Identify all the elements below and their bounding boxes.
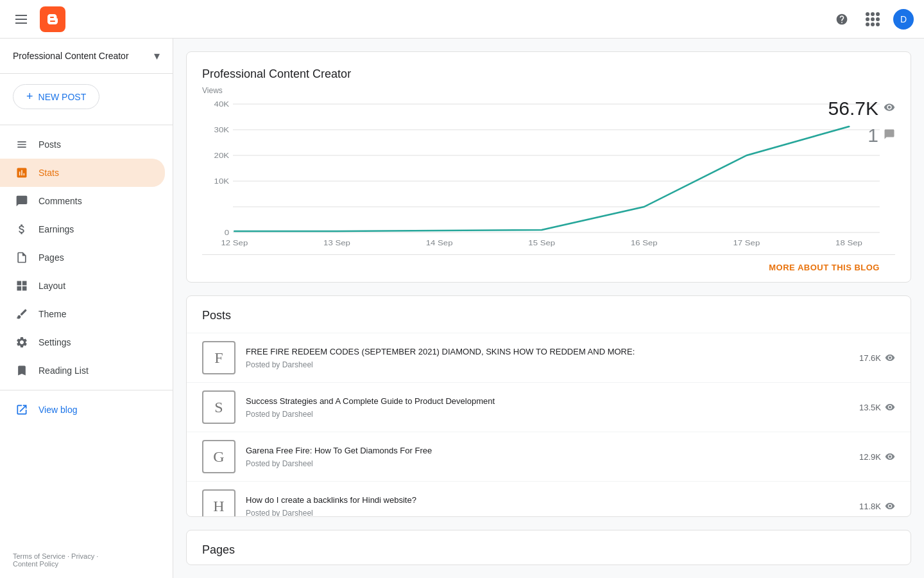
svg-text:10K: 10K <box>214 177 229 186</box>
svg-text:15 Sep: 15 Sep <box>528 239 555 247</box>
header-left <box>10 6 65 32</box>
post-item: F FREE FIRE REDEEM CODES (SEPTEMBER 2021… <box>187 333 911 382</box>
content-policy-link[interactable]: Content Policy <box>13 560 58 568</box>
post-item: G Garena Free Fire: How To Get Diamonds … <box>187 432 911 481</box>
sidebar-item-earnings[interactable]: Earnings <box>0 215 165 243</box>
post-author-4: Posted by Darsheel <box>246 509 849 516</box>
post-views-1: 17.6K <box>859 353 895 363</box>
help-button[interactable] <box>832 9 852 30</box>
post-thumbnail-h: H <box>202 489 235 516</box>
earnings-label: Earnings <box>38 224 74 234</box>
total-views-stat: 56.7K <box>828 98 895 119</box>
post-item: H How do I create a backlinks for Hindi … <box>187 481 911 516</box>
comments-label: Comments <box>38 196 82 206</box>
pages-card: Pages <box>186 530 911 565</box>
blog-name: Professional Content Creator <box>13 51 129 61</box>
posts-icon <box>15 138 28 151</box>
svg-text:14 Sep: 14 Sep <box>426 239 453 247</box>
total-views-value: 56.7K <box>828 98 878 119</box>
views-eye-icon <box>884 101 895 116</box>
grid-dots-icon <box>866 12 880 26</box>
comments-icon <box>15 195 28 207</box>
post-info-2: Success Strategies and A Complete Guide … <box>246 396 849 419</box>
earnings-icon <box>15 223 28 236</box>
sidebar-item-layout[interactable]: Layout <box>0 272 165 300</box>
theme-icon <box>15 308 28 320</box>
layout-label: Layout <box>38 281 65 291</box>
sidebar-item-stats[interactable]: Stats <box>0 159 165 187</box>
apps-button[interactable] <box>862 9 883 30</box>
sidebar-item-comments[interactable]: Comments <box>0 187 165 215</box>
post-views-2: 13.5K <box>859 402 895 412</box>
svg-text:13 Sep: 13 Sep <box>323 239 350 247</box>
posts-card-title: Posts <box>187 296 911 333</box>
more-about-blog-link[interactable]: MORE ABOUT THIS BLOG <box>769 263 880 272</box>
theme-label: Theme <box>38 309 67 319</box>
pages-label: Pages <box>38 252 64 263</box>
post-title-1[interactable]: FREE FIRE REDEEM CODES (SEPTEMBER 2021) … <box>246 346 849 358</box>
sidebar-item-pages[interactable]: Pages <box>0 243 165 272</box>
main-layout: Professional Content Creator ▾ + NEW POS… <box>0 39 924 578</box>
post-title-2[interactable]: Success Strategies and A Complete Guide … <box>246 396 849 407</box>
user-avatar[interactable]: D <box>893 9 914 30</box>
reading-list-label: Reading List <box>38 365 89 376</box>
svg-text:40K: 40K <box>214 100 229 109</box>
header-right: D <box>832 9 914 30</box>
external-link-icon <box>15 403 28 416</box>
stats-chart: 40K 30K 20K 10K 0 12 Sep 13 Sep 14 Sep 1… <box>202 98 895 252</box>
blog-selector[interactable]: Professional Content Creator ▾ <box>0 39 173 74</box>
sidebar-item-reading-list[interactable]: Reading List <box>0 356 165 385</box>
svg-text:12 Sep: 12 Sep <box>221 239 248 247</box>
post-views-4: 11.8K <box>859 501 895 511</box>
settings-label: Settings <box>38 337 71 347</box>
view-blog-item[interactable]: View blog <box>0 396 173 424</box>
total-comments-value: 1 <box>868 125 878 146</box>
chevron-down-icon: ▾ <box>154 49 160 63</box>
top-header: D <box>0 0 924 39</box>
posts-label: Posts <box>38 139 61 150</box>
post-info-4: How do I create a backlinks for Hindi we… <box>246 495 849 516</box>
stats-icon <box>15 166 28 179</box>
terms-link[interactable]: Terms of Service <box>13 552 65 560</box>
total-comments-stat: 1 <box>868 125 895 146</box>
reading-list-icon <box>15 364 28 377</box>
post-author-2: Posted by Darsheel <box>246 410 849 419</box>
view-blog-label: View blog <box>38 405 77 415</box>
post-views-3: 12.9K <box>859 451 895 462</box>
stats-overlay: 56.7K 1 <box>828 98 895 146</box>
sidebar-item-theme[interactable]: Theme <box>0 300 165 328</box>
post-thumbnail-g: G <box>202 440 235 473</box>
more-about-blog-section: MORE ABOUT THIS BLOG <box>202 254 895 280</box>
sidebar-footer: Terms of Service · Privacy · Content Pol… <box>0 542 173 578</box>
new-post-button[interactable]: + NEW POST <box>13 84 99 109</box>
post-item: S Success Strategies and A Complete Guid… <box>187 382 911 432</box>
plus-icon: + <box>26 90 33 103</box>
privacy-link[interactable]: Privacy <box>71 552 94 560</box>
pages-icon <box>15 251 28 264</box>
svg-text:20K: 20K <box>214 152 229 160</box>
layout-icon <box>15 279 28 292</box>
chart-wrapper: 40K 30K 20K 10K 0 12 Sep 13 Sep 14 Sep 1… <box>202 98 895 254</box>
sidebar: Professional Content Creator ▾ + NEW POS… <box>0 39 173 578</box>
sidebar-divider-2 <box>0 390 173 390</box>
views-label: Views <box>202 86 895 95</box>
post-info-1: FREE FIRE REDEEM CODES (SEPTEMBER 2021) … <box>246 346 849 369</box>
post-title-4[interactable]: How do I create a backlinks for Hindi we… <box>246 495 849 506</box>
posts-card: Posts F FREE FIRE REDEEM CODES (SEPTEMBE… <box>186 295 911 516</box>
svg-text:17 Sep: 17 Sep <box>733 239 760 247</box>
sidebar-item-settings[interactable]: Settings <box>0 328 165 356</box>
svg-text:16 Sep: 16 Sep <box>631 239 658 247</box>
menu-button[interactable] <box>10 10 32 29</box>
comments-bubble-icon <box>884 128 895 143</box>
stats-label: Stats <box>38 168 59 178</box>
svg-text:0: 0 <box>225 229 230 237</box>
post-title-3[interactable]: Garena Free Fire: How To Get Diamonds Fo… <box>246 445 849 457</box>
svg-text:30K: 30K <box>214 126 229 134</box>
new-post-label: NEW POST <box>38 92 87 102</box>
sidebar-item-posts[interactable]: Posts <box>0 130 165 159</box>
post-thumbnail-f: F <box>202 341 235 374</box>
post-thumbnail-s: S <box>202 390 235 424</box>
blogger-logo[interactable] <box>40 6 65 32</box>
stats-card-title: Professional Content Creator <box>202 67 895 81</box>
settings-icon <box>15 336 28 349</box>
